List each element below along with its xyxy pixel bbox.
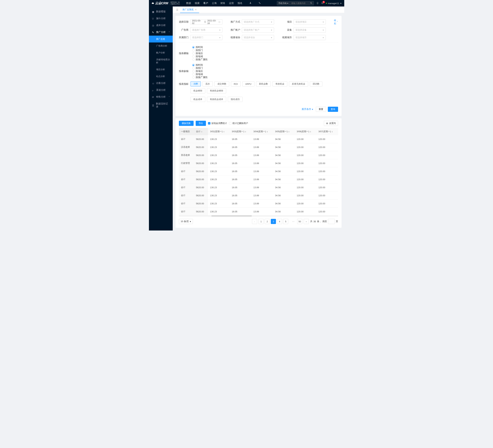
metric-tag[interactable]: ROI (231, 81, 241, 86)
table-header[interactable]: 3/02(星期一)▲▼ (208, 128, 230, 135)
sidebar-subitem[interactable]: 账户分析 (149, 49, 173, 56)
sidebar-item[interactable]: ◷成本分析 (149, 22, 173, 29)
device-select[interactable]: 请选择设备▾ (293, 27, 326, 33)
metric-tag[interactable]: 报名成功 (228, 97, 243, 102)
metric-tag[interactable]: 有效机会成本 (207, 97, 226, 102)
table-header[interactable]: 3/04(星期一)▲▼ (251, 128, 273, 135)
prev-page-button[interactable]: ‹ (252, 219, 257, 224)
radio-option[interactable]: 按地域 (192, 73, 208, 76)
notification-icon[interactable]: 5 (321, 2, 324, 5)
sidebar-subitem[interactable]: 站点分析 (149, 73, 173, 80)
table-header[interactable]: 3/07(星期一)▲▼ (316, 128, 338, 135)
page-button[interactable]: 3 (271, 219, 276, 224)
lead-province-select[interactable]: 请选择省份▾ (242, 35, 274, 40)
search-type-select[interactable]: 手机号码▾ (277, 2, 290, 5)
radio-option[interactable]: 按部门 (192, 67, 208, 70)
metric-tag[interactable]: ARPU (242, 81, 254, 86)
page-button[interactable]: 5 (283, 219, 288, 224)
search-input[interactable] (290, 2, 309, 4)
topnav-item[interactable]: 客户 (203, 2, 208, 5)
radio-option[interactable]: 按推广属性 (192, 76, 208, 79)
metric-tag[interactable]: 机会销转 (190, 88, 205, 93)
topnav-item[interactable]: 数据 (186, 2, 191, 5)
metric-tag[interactable]: 新机会数 (256, 81, 271, 86)
search-icon[interactable] (309, 2, 314, 5)
project-select[interactable]: 请选择项目▾ (293, 19, 326, 24)
table-header[interactable]: 一级项目 (179, 128, 194, 135)
page-size-select[interactable]: 10 条/页▾ (179, 219, 193, 224)
sidebar-item[interactable]: ▽漏斗分析 (149, 15, 173, 22)
radio-option[interactable]: 按时间 (192, 64, 208, 67)
topnav-item[interactable]: 公海 (212, 2, 217, 5)
metric-tag[interactable]: 有效机会销转 (207, 88, 226, 93)
sidebar-item[interactable]: ☺访客分析 (149, 80, 173, 87)
cash-stat-checkbox[interactable]: ✓按现金消费统计 (208, 122, 227, 125)
sidebar-item[interactable]: ⌕渠道分析 (149, 87, 173, 93)
table-header[interactable]: 3/06(星期一)▲▼ (295, 128, 316, 135)
radio-option[interactable]: 按时间 (192, 46, 208, 49)
sidebar-item[interactable]: ✎推广分析˄ (149, 29, 173, 36)
phone-icon[interactable] (258, 2, 261, 5)
radio-option[interactable]: 按部门 (192, 49, 208, 52)
sidebar-toggle-icon[interactable]: ☰ (174, 8, 180, 11)
next-page-button[interactable]: › (304, 219, 309, 224)
expand-conditions-link[interactable]: 展开条件▾ (302, 108, 313, 111)
column-settings-button[interactable]: ⚙设置列 (324, 121, 338, 126)
metric-tag[interactable]: 消费 (190, 81, 201, 86)
export-button[interactable]: 导出 (196, 121, 206, 126)
global-search[interactable]: 手机号码▾ (277, 1, 314, 5)
close-icon[interactable]: ✕ (195, 8, 197, 11)
topnav-item[interactable]: 线索 (195, 2, 200, 5)
table-header[interactable]: 3/03(星期一)▲▼ (230, 128, 251, 135)
lead-city-select[interactable]: 请选择城市▾ (293, 35, 326, 40)
user-menu[interactable]: manager11 ▾ (326, 2, 341, 5)
gear-icon: ⚙ (326, 122, 328, 125)
sidebar-subitem[interactable]: 关键词/创意分析 (149, 56, 173, 66)
table-scrollbar[interactable] (179, 216, 338, 217)
sidebar-subitem[interactable]: 广告商分析 (149, 43, 173, 49)
query-button[interactable]: 查询 (328, 107, 338, 112)
table-header[interactable]: 3/05(星期一)▲▼ (273, 128, 295, 135)
switch-axes-button[interactable]: 横纵切换 (179, 121, 194, 126)
table-cell: 34.56 (273, 192, 295, 199)
page-button[interactable]: 1 (258, 219, 264, 224)
deleted-users-checkbox[interactable]: 统计已删除用户 (229, 122, 248, 125)
tab-promo-overview[interactable]: 推广总预览 ✕ (180, 7, 199, 13)
scrollbar-thumb[interactable] (211, 216, 252, 217)
page-button[interactable]: 2 (265, 219, 270, 224)
reset-button[interactable]: 重置 (316, 107, 326, 112)
date-range-input[interactable]: 2021-03-02 至 2021-03-16 ☷ (190, 19, 222, 24)
metric-tag[interactable]: 机会成本 (190, 97, 205, 102)
sidebar-subitem[interactable]: 推广总览 (149, 36, 173, 43)
radio-option[interactable]: 按地域 (192, 55, 208, 58)
metric-tag[interactable]: 流水 (202, 81, 213, 86)
jump-page-input[interactable] (328, 219, 335, 224)
topnav-item[interactable]: 报名 (238, 2, 242, 5)
collapse-filters-link[interactable]: 收起˄ (334, 19, 338, 25)
field-date: 选择日期 2021-03-02 至 2021-03-16 ☷ (179, 19, 222, 24)
table-cell: 130.23 (208, 159, 230, 167)
metric-tag[interactable]: 有效机会 (272, 81, 287, 86)
sidebar-item[interactable]: ⟳销售分析˅ (149, 93, 173, 100)
last-page-button[interactable]: 50 (297, 219, 302, 224)
promo-method-select[interactable]: 请选择推广方式▾ (242, 19, 274, 24)
metric-tag[interactable]: 回访数 (310, 81, 322, 86)
promo-account-select[interactable]: 请选择推广账户▾ (242, 27, 274, 33)
user-icon[interactable] (249, 2, 252, 5)
metric-tag[interactable]: 反馈无效机会 (289, 81, 308, 86)
radio-option[interactable]: 按项目 (192, 52, 208, 55)
sidebar-item[interactable]: ☰数据流转记录 (149, 100, 173, 110)
table-header[interactable]: 合计▲▼ (194, 128, 208, 135)
metric-tag[interactable]: 成交单数 (214, 81, 229, 86)
sidebar-subitem[interactable]: 项目分析 (149, 66, 173, 73)
radio-option[interactable]: 按推广属性 (192, 58, 208, 61)
topnav-item[interactable]: 运营 (229, 2, 234, 5)
dept-select[interactable]: 请选择部门▾ (190, 35, 222, 40)
svg-line-2 (311, 3, 312, 4)
phone-icon[interactable] (316, 2, 319, 5)
radio-option[interactable]: 按项目 (192, 70, 208, 73)
advertiser-select[interactable]: 请选择广告商▾ (190, 27, 222, 33)
page-button[interactable]: 4 (277, 219, 282, 224)
topnav-item[interactable]: 财务 (221, 2, 225, 5)
sidebar-item[interactable]: ▣数据看版 (149, 8, 173, 15)
